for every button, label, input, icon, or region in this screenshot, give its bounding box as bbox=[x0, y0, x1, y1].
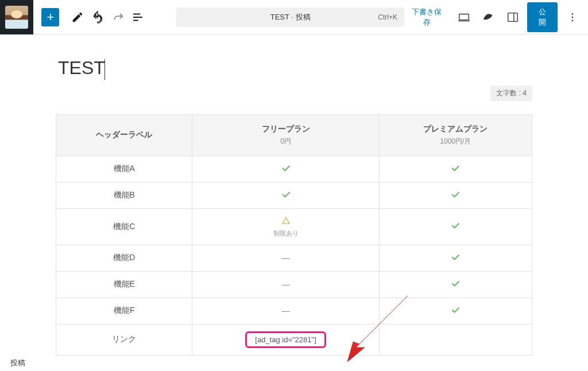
publish-button[interactable]: 公開 bbox=[527, 2, 558, 32]
footer-text: 投稿 bbox=[10, 358, 25, 368]
table-header-row: ヘッダーラベル フリープラン 0円 プレミアムプラン 1000円/月 bbox=[56, 114, 532, 156]
free-plan-cell[interactable]: ― bbox=[192, 245, 379, 271]
svg-rect-0 bbox=[459, 14, 469, 20]
character-count-badge: 文字数 : 4 bbox=[490, 86, 532, 101]
plan-name: プレミアムプラン bbox=[423, 124, 488, 133]
settings-panel-button[interactable] bbox=[503, 7, 523, 28]
save-draft-button[interactable]: 下書き保存 bbox=[404, 7, 450, 28]
pricing-table: ヘッダーラベル フリープラン 0円 プレミアムプラン 1000円/月 機能A機能… bbox=[56, 114, 532, 355]
check-icon bbox=[450, 279, 461, 289]
dash-icon: ― bbox=[282, 306, 290, 315]
undo-button[interactable] bbox=[87, 7, 107, 28]
editor-content: TEST 文字数 : 4 ヘッダーラベル フリープラン 0円 プレミアムプラン … bbox=[56, 34, 532, 371]
link-row: リンク[ad_tag id="2281"] bbox=[56, 324, 532, 355]
document-shortcut: Ctrl+K bbox=[378, 13, 397, 21]
redo-button[interactable] bbox=[107, 7, 127, 28]
jetpack-button[interactable] bbox=[478, 7, 498, 28]
feature-label-cell[interactable]: 機能D bbox=[56, 245, 192, 271]
triangle-icon bbox=[281, 216, 291, 225]
sidebar-icon bbox=[506, 11, 519, 24]
preview-button[interactable] bbox=[454, 7, 474, 28]
free-plan-cell[interactable]: 制限あり bbox=[192, 208, 379, 245]
add-block-button[interactable]: + bbox=[41, 8, 59, 26]
free-plan-cell[interactable]: ― bbox=[192, 271, 379, 297]
check-icon bbox=[450, 252, 461, 262]
list-icon bbox=[131, 11, 144, 24]
post-title-text: TEST bbox=[58, 57, 105, 78]
link-label-cell[interactable]: リンク bbox=[56, 324, 192, 355]
header-label-cell[interactable]: ヘッダーラベル bbox=[56, 114, 192, 156]
feature-label-cell[interactable]: 機能A bbox=[56, 156, 192, 182]
premium-plan-cell[interactable] bbox=[379, 208, 532, 245]
text-cursor bbox=[105, 59, 105, 80]
editor-body[interactable]: TEST 文字数 : 4 ヘッダーラベル フリープラン 0円 プレミアムプラン … bbox=[0, 34, 588, 371]
link-free-cell[interactable]: [ad_tag id="2281"] bbox=[192, 324, 379, 355]
jetpack-icon bbox=[482, 11, 494, 24]
feature-label-cell[interactable]: 機能E bbox=[56, 271, 192, 297]
svg-rect-1 bbox=[508, 13, 518, 21]
table-row: 機能D― bbox=[56, 245, 532, 271]
free-plan-cell[interactable]: ― bbox=[192, 297, 379, 324]
premium-plan-cell[interactable] bbox=[379, 245, 532, 271]
svg-point-4 bbox=[571, 16, 573, 18]
svg-point-3 bbox=[571, 13, 573, 14]
svg-point-5 bbox=[571, 20, 573, 21]
premium-plan-cell[interactable] bbox=[379, 297, 532, 324]
dash-icon: ― bbox=[282, 253, 290, 262]
avatar-img bbox=[5, 6, 28, 29]
top-toolbar: + TEST · 投稿 Ctrl+K 下書き保存 公開 bbox=[0, 0, 588, 34]
plan-header-premium[interactable]: プレミアムプラン 1000円/月 bbox=[379, 114, 532, 156]
document-title-bar[interactable]: TEST · 投稿 Ctrl+K bbox=[176, 7, 404, 27]
table-row: 機能E― bbox=[56, 271, 532, 297]
free-plan-cell[interactable] bbox=[192, 156, 379, 182]
feature-label-cell[interactable]: 機能F bbox=[56, 297, 192, 324]
toolbar-right: 下書き保存 公開 bbox=[404, 2, 588, 32]
avatar-box[interactable] bbox=[0, 0, 33, 34]
link-premium-cell[interactable] bbox=[379, 324, 532, 355]
check-icon bbox=[450, 305, 461, 315]
dash-icon: ― bbox=[282, 280, 290, 289]
list-view-button[interactable] bbox=[127, 7, 148, 28]
feature-label-cell[interactable]: 機能C bbox=[56, 208, 192, 245]
free-plan-cell[interactable] bbox=[192, 182, 379, 208]
shortcode-highlight: [ad_tag id="2281"] bbox=[245, 331, 326, 348]
plan-price: 1000円/月 bbox=[384, 137, 527, 146]
check-icon bbox=[450, 190, 461, 200]
plan-name: フリープラン bbox=[262, 124, 310, 133]
more-vertical-icon bbox=[567, 11, 578, 23]
table-row: 機能C制限あり bbox=[56, 208, 532, 245]
post-title[interactable]: TEST bbox=[56, 57, 532, 80]
table-row: 機能A bbox=[56, 156, 532, 182]
pencil-icon bbox=[71, 11, 84, 24]
check-icon bbox=[450, 163, 461, 173]
table-row: 機能F― bbox=[56, 297, 532, 324]
edit-tool-button[interactable] bbox=[67, 7, 87, 28]
premium-plan-cell[interactable] bbox=[379, 156, 532, 182]
more-options-button[interactable] bbox=[562, 7, 582, 28]
undo-icon bbox=[91, 11, 104, 24]
check-icon bbox=[281, 163, 291, 173]
redo-icon bbox=[111, 11, 124, 24]
check-icon bbox=[281, 190, 291, 200]
limit-note: 制限あり bbox=[197, 229, 374, 238]
premium-plan-cell[interactable] bbox=[379, 182, 532, 208]
plan-price: 0円 bbox=[197, 137, 374, 146]
device-icon bbox=[458, 11, 470, 24]
feature-label-cell[interactable]: 機能B bbox=[56, 182, 192, 208]
document-title: TEST · 投稿 bbox=[270, 12, 311, 22]
premium-plan-cell[interactable] bbox=[379, 271, 532, 297]
check-icon bbox=[450, 221, 461, 231]
table-row: 機能B bbox=[56, 182, 532, 208]
plan-header-free[interactable]: フリープラン 0円 bbox=[192, 114, 379, 156]
